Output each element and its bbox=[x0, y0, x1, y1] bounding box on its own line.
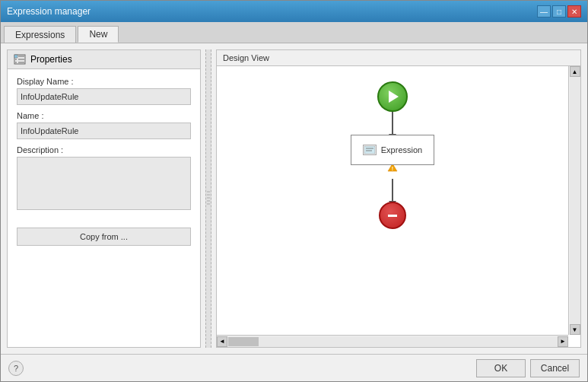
minimize-button[interactable]: — bbox=[537, 5, 551, 18]
left-panel: Properties Display Name : Name : Descrip… bbox=[7, 49, 201, 348]
flow-end-node[interactable] bbox=[379, 202, 406, 229]
expression-node-label: Expression bbox=[381, 145, 422, 154]
name-field: Name : bbox=[17, 111, 191, 139]
description-label: Description : bbox=[17, 145, 191, 154]
panel-splitter[interactable] bbox=[205, 49, 211, 348]
copy-from-button[interactable]: Copy from ... bbox=[17, 228, 191, 246]
display-name-label: Display Name : bbox=[17, 77, 191, 86]
expression-node-icon bbox=[363, 145, 377, 155]
flow-arrow-1 bbox=[392, 112, 393, 135]
cancel-button[interactable]: Cancel bbox=[530, 359, 580, 377]
scroll-up-button[interactable]: ▲ bbox=[570, 66, 580, 77]
title-bar-buttons: — □ ✕ bbox=[537, 5, 581, 18]
svg-rect-9 bbox=[364, 146, 375, 154]
stop-minus-icon bbox=[388, 215, 397, 217]
scroll-left-button[interactable]: ◄ bbox=[217, 336, 227, 347]
design-view-header: Design View bbox=[217, 50, 580, 66]
scroll-track-h bbox=[227, 336, 558, 347]
design-canvas[interactable]: ▲ ▼ bbox=[217, 66, 580, 347]
flow-expression-node[interactable]: Expression bbox=[351, 135, 434, 165]
properties-label: Properties bbox=[30, 54, 72, 65]
flow-start-node[interactable] bbox=[377, 81, 408, 112]
scroll-right-button[interactable]: ► bbox=[558, 336, 568, 347]
display-name-input[interactable] bbox=[17, 88, 191, 105]
scroll-thumb-h[interactable] bbox=[228, 337, 259, 346]
vertical-scrollbar[interactable]: ▲ ▼ bbox=[568, 66, 580, 335]
flow-arrow-2 bbox=[392, 179, 393, 202]
properties-icon bbox=[14, 53, 26, 65]
svg-text:!: ! bbox=[392, 166, 393, 171]
scroll-down-button[interactable]: ▼ bbox=[570, 324, 580, 335]
main-window: Expression manager — □ ✕ Expressions New bbox=[0, 0, 588, 382]
ok-button[interactable]: OK bbox=[476, 359, 526, 377]
tab-new[interactable]: New bbox=[78, 26, 119, 43]
content-area: Properties Display Name : Name : Descrip… bbox=[1, 43, 587, 354]
maximize-button[interactable]: □ bbox=[552, 5, 566, 18]
horizontal-scrollbar[interactable]: ◄ ► bbox=[217, 335, 568, 347]
tab-expressions[interactable]: Expressions bbox=[4, 26, 76, 43]
footer-right: OK Cancel bbox=[476, 359, 580, 377]
properties-panel-header: Properties bbox=[8, 50, 200, 69]
description-field: Description : bbox=[17, 145, 191, 212]
svg-rect-1 bbox=[14, 55, 17, 58]
scroll-track-v bbox=[570, 77, 580, 324]
right-panel: Design View ▲ ▼ bbox=[216, 49, 581, 348]
window-title: Expression manager bbox=[7, 6, 91, 17]
help-button[interactable]: ? bbox=[8, 361, 24, 376]
description-textarea[interactable] bbox=[17, 157, 191, 210]
flow-container: Expression ! bbox=[217, 66, 568, 335]
tab-bar: Expressions New bbox=[1, 22, 587, 43]
name-label: Name : bbox=[17, 111, 191, 120]
close-button[interactable]: ✕ bbox=[567, 5, 581, 18]
flow-expression-wrapper: Expression ! bbox=[351, 135, 434, 165]
footer: ? OK Cancel bbox=[1, 354, 587, 381]
play-icon bbox=[389, 91, 399, 103]
title-bar: Expression manager — □ ✕ bbox=[1, 1, 587, 22]
properties-body: Display Name : Name : Description : Copy… bbox=[8, 69, 200, 347]
display-name-field: Display Name : bbox=[17, 77, 191, 105]
footer-left: ? bbox=[8, 361, 24, 376]
name-input[interactable] bbox=[17, 123, 191, 139]
